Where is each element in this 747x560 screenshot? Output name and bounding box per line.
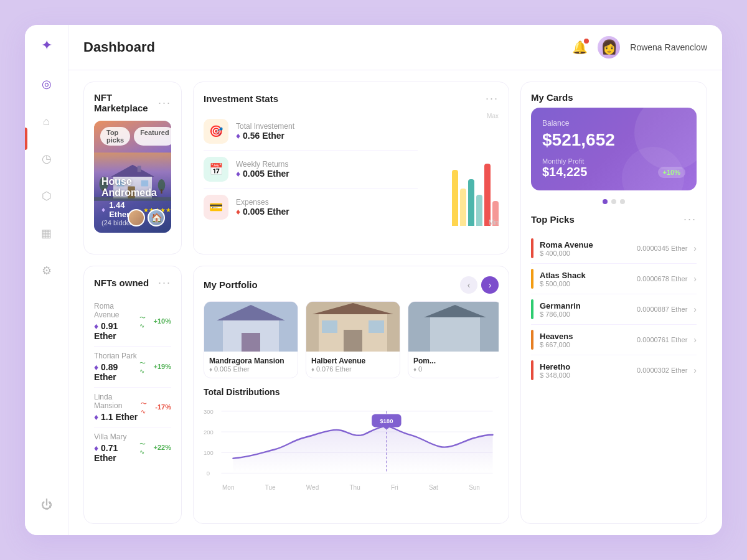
eth-icon-own-1: ♦ — [94, 362, 101, 372]
portfolio-header: My Portfolio ‹ › — [204, 276, 499, 294]
notification-bell[interactable]: 🔔 — [572, 40, 588, 55]
investment-menu[interactable]: ··· — [486, 92, 499, 105]
pick-price-1: $ 500,000 — [540, 280, 631, 287]
portfolio-item-0[interactable]: Mandragora Mansion ♦ 0.005 Ether — [204, 301, 298, 378]
top-pick-2[interactable]: Germanrin $ 786,000 0.0000887 Ether › — [531, 294, 697, 325]
svg-text:0: 0 — [207, 470, 210, 477]
pick-price-2: $ 786,000 — [540, 310, 631, 318]
nft-marketplace-card: NFT Marketplace ··· — [83, 82, 182, 254]
notification-dot — [584, 39, 589, 44]
top-picks-title: Top Picks — [531, 214, 575, 225]
dot-2[interactable] — [611, 199, 616, 204]
stat-info-2: Expenses ♦ 0.005 Ether — [236, 198, 289, 217]
header-right: 🔔 👩 Rowena Ravenclow — [572, 36, 707, 58]
nfts-owned-menu[interactable]: ··· — [158, 276, 171, 289]
sidebar-item-home[interactable]: ⌂ — [35, 110, 59, 133]
top-picks-header: Top Picks ··· — [531, 213, 697, 226]
nft-avatar-2: 🏠 — [148, 209, 165, 226]
credit-card: Balance $521,652 Monthly Profit $14,225 … — [531, 108, 697, 190]
portfolio-item-2[interactable]: Pom... ♦ 0 — [408, 301, 499, 378]
sidebar-item-portfolio[interactable]: ⬡ — [35, 184, 59, 208]
nft-own-3: Villa Mary ♦ 0.71 Ether 〜∿ +22% — [94, 427, 171, 468]
portfolio-name-2: Pom... — [413, 357, 497, 365]
chevron-icon-4: › — [693, 365, 697, 375]
portfolio-detail-2: Pom... ♦ 0 — [408, 352, 499, 378]
eth-icon-own-2: ♦ — [94, 412, 101, 422]
nft-card-header: NFT Marketplace ··· — [94, 92, 171, 113]
page-title: Dashboard — [83, 39, 572, 55]
stat-row-2: 💳 Expenses ♦ 0.005 Ether — [204, 189, 418, 226]
pick-name-3: Heavens — [540, 332, 631, 341]
chevron-icon-2: › — [693, 304, 697, 314]
portfolio-img-0 — [204, 302, 298, 352]
top-pick-4[interactable]: Heretho $ 348,000 0.0000302 Ether › — [531, 355, 697, 385]
nft-own-right-0: 〜∿ +10% — [139, 314, 171, 329]
trend-icon-3: 〜∿ — [139, 440, 149, 455]
logo-icon: ✦ — [41, 37, 52, 54]
portfolio-prev-btn[interactable]: ‹ — [460, 276, 477, 294]
portfolio-eth-icon-2: ♦ — [413, 366, 418, 373]
nfts-owned-list: Roma Avenue ♦ 0.91 Ether 〜∿ +10% — [94, 297, 171, 468]
portfolio-img-1 — [306, 302, 400, 352]
nft-own-1: Thorian Park ♦ 0.89 Ether 〜∿ +19% — [94, 347, 171, 388]
nft-own-price-3: ♦ 0.71 Ether — [94, 443, 139, 463]
change-badge-1: +19% — [154, 363, 171, 370]
sidebar-item-calendar[interactable]: ▦ — [35, 222, 59, 245]
trend-icon-2: 〜∿ — [141, 399, 151, 415]
settings-icon: ⚙ — [42, 264, 52, 278]
eth-icon-own-3: ♦ — [94, 443, 101, 453]
chevron-icon-3: › — [693, 335, 697, 345]
x-label-tue: Tue — [265, 484, 276, 491]
x-label-wed: Wed — [306, 484, 319, 491]
nft-avatar-1 — [128, 209, 145, 226]
power-icon: ⏻ — [41, 498, 52, 511]
pick-price-4: $ 348,000 — [540, 371, 631, 379]
portfolio-title: My Portfolio — [204, 279, 258, 290]
logout-item[interactable]: ⏻ — [35, 493, 59, 516]
top-picks-menu[interactable]: ··· — [684, 213, 697, 226]
nft-menu[interactable]: ··· — [158, 96, 171, 110]
nft-own-right-1: 〜∿ +19% — [139, 359, 171, 375]
svg-text:$180: $180 — [380, 417, 393, 424]
sidebar-item-settings[interactable]: ⚙ — [35, 259, 59, 282]
top-picks-section: Top Picks ··· Roma Avenue $ 400,000 0.00… — [531, 213, 697, 385]
top-pick-1[interactable]: Atlas Shack $ 500,000 0.0000678 Ether › — [531, 264, 697, 294]
sidebar-item-analytics[interactable]: ◎ — [35, 72, 59, 96]
bar-4 — [476, 195, 482, 226]
portfolio-item-1[interactable]: Halbert Avenue ♦ 0.076 Ether — [306, 301, 400, 378]
stat-value-1: ♦ 0.005 Ether — [236, 169, 289, 179]
portfolio-name-0: Mandragora Mansion — [209, 357, 293, 365]
top-pick-0[interactable]: Roma Avenue $ 400,000 0.0000345 Ether › — [531, 233, 697, 264]
top-pick-3[interactable]: Heavens $ 667,000 0.0000761 Ether › — [531, 325, 697, 355]
pick-info-2: Germanrin $ 786,000 — [540, 301, 631, 318]
svg-rect-23 — [430, 317, 480, 352]
sidebar: ✦ ◎ ⌂ ◷ ⬡ ▦ ⚙ ⏻ — [25, 25, 68, 535]
distribution-svg: 300 200 100 0 — [204, 403, 499, 484]
sidebar-logout[interactable]: ⏻ — [35, 493, 59, 516]
eth-icon: ♦ — [101, 205, 105, 214]
expense-icon: 💳 — [209, 200, 223, 214]
bar-groups — [424, 164, 499, 226]
portfolio-price-2: ♦ 0 — [413, 365, 497, 373]
x-axis-labels: Mon Tue Wed Thu Fri Sat Sun — [204, 484, 499, 491]
card-dots — [531, 199, 697, 204]
nft-own-0: Roma Avenue ♦ 0.91 Ether 〜∿ +10% — [94, 297, 171, 347]
pick-bar-1 — [531, 269, 533, 289]
tag-top-picks: Top picks — [100, 127, 130, 146]
portfolio-next-btn[interactable]: › — [481, 276, 499, 294]
svg-rect-8 — [138, 166, 141, 172]
nfts-owned-title: NFTs owned — [94, 278, 149, 288]
bar-1 — [452, 170, 458, 226]
portfolio-name-1: Halbert Avenue — [311, 357, 395, 365]
nfts-owned-card: NFTs owned ··· Roma Avenue ♦ 0.91 Ether — [83, 266, 182, 525]
dot-3[interactable] — [620, 199, 625, 204]
my-cards-header: My Cards — [531, 92, 697, 103]
nft-title: NFT Marketplace — [94, 92, 158, 113]
sidebar-item-history[interactable]: ◷ — [35, 147, 59, 170]
stat-icon-0: 🎯 — [204, 119, 228, 144]
stat-row-0: 🎯 Total Investement ♦ 0.56 Ether — [204, 113, 418, 151]
stat-value-0: ♦ 0.56 Ether — [236, 131, 294, 141]
stat-label-1: Weekly Returns — [236, 160, 289, 169]
dot-1[interactable] — [603, 199, 608, 204]
analytics-icon: ◎ — [42, 77, 52, 91]
